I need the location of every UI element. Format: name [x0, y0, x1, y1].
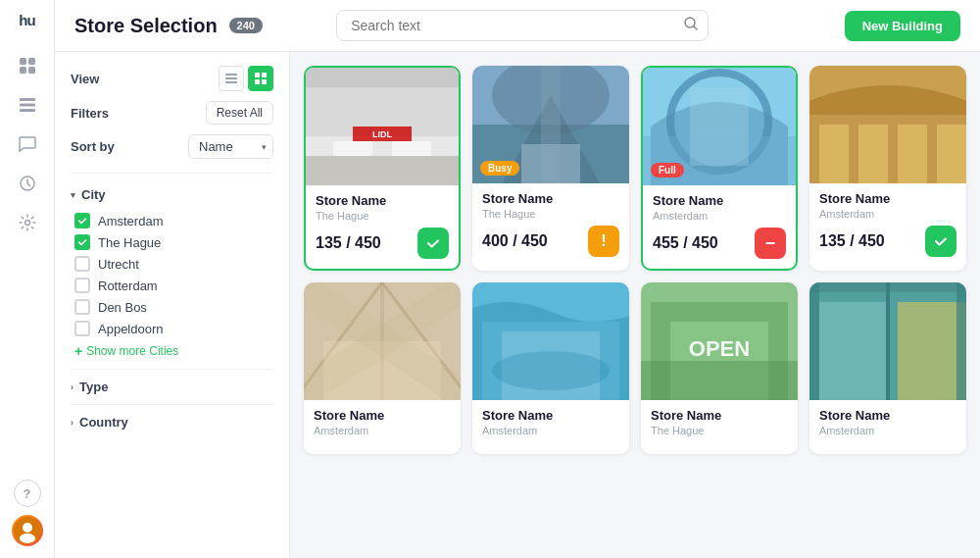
store-location: Amsterdam	[819, 425, 956, 436]
store-card[interactable]: Store Name Amsterdam	[472, 282, 629, 454]
city-checkbox[interactable]	[74, 321, 90, 336]
store-card-footer-empty	[314, 436, 451, 444]
store-card-body: Store Name Amsterdam	[809, 400, 966, 454]
store-card[interactable]: Store Name Amsterdam 135 / 450	[809, 66, 966, 271]
view-row: View	[71, 66, 273, 91]
svg-rect-4	[20, 98, 35, 101]
nav-settings-icon[interactable]	[10, 205, 45, 240]
store-count-badge: 240	[229, 18, 263, 33]
city-name: Rotterdam	[98, 279, 158, 293]
store-location: Amsterdam	[482, 425, 619, 436]
store-card[interactable]: Full Store Name Amsterdam 455 / 450 −	[641, 66, 798, 271]
store-card-image: Busy	[472, 66, 629, 183]
svg-rect-13	[225, 74, 237, 76]
store-status-button[interactable]: !	[588, 226, 619, 257]
store-capacity: 400 / 450	[482, 232, 548, 250]
city-section-header[interactable]: ▾ City	[71, 183, 273, 206]
store-card[interactable]: Store Name Amsterdam	[809, 282, 966, 454]
country-section-header[interactable]: › Country	[71, 411, 273, 433]
show-more-cities-button[interactable]: + Show more Cities	[74, 339, 273, 363]
store-location: The Hague	[482, 208, 619, 220]
nav-grid-icon[interactable]	[10, 48, 45, 83]
svg-rect-6	[20, 109, 35, 112]
city-item[interactable]: Amsterdam	[74, 210, 273, 231]
svg-rect-17	[262, 73, 267, 77]
store-card-body: Store Name Amsterdam 455 / 450 −	[643, 185, 796, 269]
svg-rect-63	[809, 282, 819, 400]
store-card-footer-empty	[482, 436, 619, 444]
nav-chat-icon[interactable]	[10, 127, 45, 162]
city-item[interactable]: Rotterdam	[74, 275, 273, 296]
store-card-image	[472, 282, 629, 400]
city-item[interactable]: Den Bos	[74, 296, 273, 318]
grid-view-button[interactable]	[248, 66, 273, 91]
new-building-button[interactable]: New Building	[845, 11, 960, 41]
sort-select[interactable]: Name Location Capacity	[188, 134, 273, 159]
header: Store Selection 240 New Building	[55, 0, 980, 52]
reset-filters-button[interactable]: Reset All	[206, 101, 273, 125]
store-status-button[interactable]	[925, 226, 956, 257]
svg-rect-15	[225, 81, 237, 83]
svg-rect-38	[690, 87, 749, 166]
store-location: Amsterdam	[653, 210, 786, 222]
filters-row: Filters Reset All	[71, 101, 273, 125]
store-name: Store Name	[653, 193, 786, 208]
city-checkbox[interactable]	[74, 213, 90, 228]
store-status-badge: Full	[651, 163, 684, 178]
store-name: Store Name	[819, 408, 956, 423]
svg-text:LIDL: LIDL	[372, 129, 392, 139]
country-chevron-icon: ›	[71, 418, 74, 428]
svg-rect-60	[819, 302, 888, 400]
left-nav: hu ?	[0, 0, 55, 558]
store-card-body: Store Name Amsterdam	[472, 400, 629, 454]
svg-point-8	[24, 221, 29, 226]
store-card-image: OPEN	[641, 282, 798, 400]
store-status-button[interactable]	[417, 228, 449, 259]
svg-rect-14	[225, 77, 237, 79]
store-card[interactable]: Store Name Amsterdam	[304, 282, 461, 454]
city-item[interactable]: Appeldoorn	[74, 318, 273, 339]
city-item[interactable]: The Hague	[74, 231, 273, 253]
svg-rect-16	[255, 73, 260, 77]
city-name: Den Bos	[98, 300, 147, 315]
country-section-label: Country	[79, 415, 128, 430]
city-section-label: City	[81, 187, 106, 202]
store-capacity: 455 / 450	[653, 234, 718, 252]
city-checkbox[interactable]	[74, 234, 90, 250]
store-status-button[interactable]: −	[755, 228, 786, 259]
store-card[interactable]: OPEN Store Name The Hague	[641, 282, 798, 454]
store-card-image	[809, 66, 966, 183]
content-area: View Filters Reset All Sort by	[55, 52, 980, 558]
store-status-badge: Busy	[480, 161, 519, 176]
svg-point-10	[23, 523, 32, 533]
store-card-footer: 135 / 450	[819, 226, 956, 257]
city-checkbox[interactable]	[74, 256, 90, 272]
type-chevron-icon: ›	[71, 382, 74, 392]
city-checkbox[interactable]	[74, 278, 90, 293]
nav-table-icon[interactable]	[10, 87, 45, 123]
app-logo: hu	[19, 12, 34, 28]
store-capacity: 135 / 450	[819, 232, 885, 250]
store-card[interactable]: Busy Store Name The Hague 400 / 450 !	[472, 66, 629, 271]
store-name: Store Name	[482, 408, 619, 423]
nav-help-icon[interactable]: ?	[14, 480, 41, 507]
store-card-body: Store Name Amsterdam	[304, 400, 461, 454]
svg-rect-24	[333, 141, 372, 156]
svg-rect-25	[392, 141, 431, 156]
user-avatar[interactable]	[12, 515, 43, 546]
list-view-button[interactable]	[219, 66, 244, 91]
search-input[interactable]	[336, 10, 709, 41]
type-section-header[interactable]: › Type	[71, 376, 273, 398]
city-checkbox[interactable]	[74, 299, 90, 315]
nav-clock-icon[interactable]	[10, 166, 45, 201]
store-card-image	[809, 282, 966, 400]
store-card-footer-empty	[651, 436, 788, 444]
svg-rect-42	[858, 125, 888, 183]
search-icon	[683, 16, 699, 35]
store-name: Store Name	[651, 408, 788, 423]
svg-rect-64	[956, 282, 966, 400]
type-section-label: Type	[79, 380, 108, 394]
store-card[interactable]: LIDL Store Name The Hague 135 / 450	[304, 66, 461, 271]
sort-label: Sort by	[71, 139, 115, 154]
city-item[interactable]: Utrecht	[74, 253, 273, 275]
